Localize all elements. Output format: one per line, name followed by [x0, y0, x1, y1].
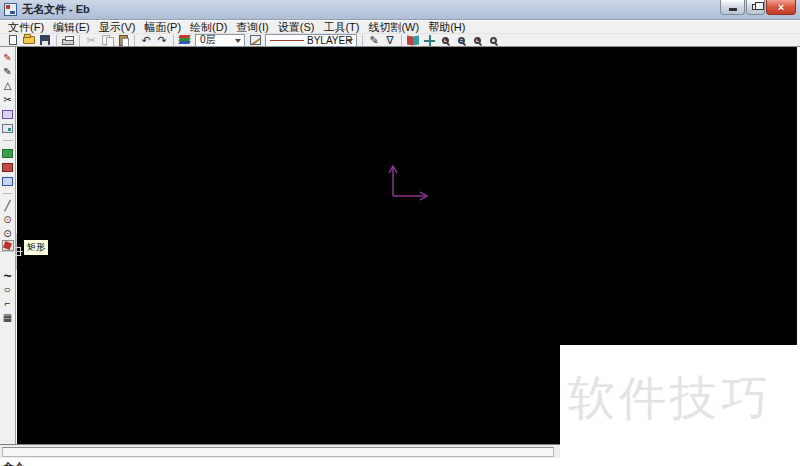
ucs-axis-icon [385, 160, 431, 202]
color-grid-icon [250, 35, 261, 45]
pen-icon: ✎ [3, 53, 11, 63]
ellipse-tool-button[interactable]: ○ [0, 283, 16, 297]
zoom-previous-button[interactable] [485, 34, 501, 47]
color-button[interactable] [247, 34, 263, 47]
app-icon [4, 3, 17, 16]
triangle-tool-button[interactable]: △ [0, 79, 16, 93]
show-window-button[interactable] [405, 34, 421, 47]
print-button[interactable] [60, 34, 76, 47]
restore-button[interactable] [746, 0, 765, 15]
app-window: 无名文件 - Eb × 文件(F) 编辑(E) 显示(V) 幅面(P) 绘制(D… [0, 0, 800, 466]
menu-query[interactable]: 查询(I) [236, 20, 268, 35]
chevron-down-icon [347, 39, 353, 43]
menu-view[interactable]: 显示(V) [99, 20, 136, 35]
green-view-icon [2, 149, 13, 158]
cutoff-command-text: 命令 [3, 460, 25, 466]
save-button[interactable] [37, 34, 53, 47]
zoom-dynamic-icon [442, 37, 449, 44]
polyline-tool-button[interactable]: ⌐ [0, 297, 16, 311]
red-redraw-icon [2, 163, 13, 172]
ellipse-icon: ○ [4, 285, 12, 295]
view-tool-button[interactable] [0, 146, 16, 160]
open-folder-icon [23, 36, 35, 44]
toolbar-separator [173, 35, 174, 46]
menu-file[interactable]: 文件(F) [8, 20, 44, 35]
hatch-icon: ▦ [3, 313, 12, 323]
line-tool-button[interactable]: ╱ [0, 199, 16, 213]
paste-button[interactable] [115, 34, 131, 47]
menu-bar: 文件(F) 编辑(E) 显示(V) 幅面(P) 绘制(D) 查询(I) 设置(S… [0, 21, 800, 34]
curve-pen-icon: ✎ [3, 67, 11, 77]
linetype-combobox-value: BYLAYER [307, 35, 352, 46]
menu-edit[interactable]: 编辑(E) [53, 20, 90, 35]
block-tool-button[interactable] [0, 121, 16, 135]
arc-tool-button[interactable]: ⊙ [0, 227, 16, 241]
chevron-down-icon [235, 39, 241, 43]
menu-settings[interactable]: 设置(S) [278, 20, 315, 35]
trim-tool-button[interactable]: ✂ [0, 93, 16, 107]
corner-icon: ⌐ [5, 299, 11, 309]
menu-sheet[interactable]: 幅面(P) [144, 20, 181, 35]
spline-icon: ~ [3, 269, 11, 283]
pen-tool-button[interactable]: ✎ [0, 51, 16, 65]
pan-icon [424, 35, 435, 46]
zoom-previous-icon [490, 37, 497, 44]
layers-icon [179, 35, 191, 45]
pressed-rectangle-tool-button[interactable] [2, 240, 14, 251]
close-button[interactable]: × [766, 0, 796, 15]
redraw-tool-button[interactable] [0, 160, 16, 174]
cut-button[interactable]: ✂ [83, 34, 99, 47]
open-file-button[interactable] [21, 34, 37, 47]
curve-pen-tool-button[interactable]: ✎ [0, 65, 16, 79]
menu-wirecut[interactable]: 线切割(W) [368, 20, 419, 35]
menu-help[interactable]: 帮助(H) [428, 20, 465, 35]
paste-icon [119, 35, 128, 46]
layer-combobox[interactable]: 0层 [195, 34, 245, 47]
pan-button[interactable] [421, 34, 437, 47]
linetype-combobox[interactable]: BYLAYER [265, 34, 357, 47]
zoom-dynamic-button[interactable] [437, 34, 453, 47]
window-tool-button[interactable] [0, 107, 16, 121]
close-icon: × [778, 1, 784, 13]
title-bar[interactable]: 无名文件 - Eb × [0, 0, 800, 20]
line-icon: ╱ [4, 201, 10, 211]
undo-button[interactable]: ↶ [138, 34, 154, 47]
copy-icon [102, 35, 113, 45]
toolbar-separator [56, 35, 57, 46]
menu-tools[interactable]: 工具(T) [323, 20, 359, 35]
undo-icon: ↶ [141, 35, 150, 46]
copy-button[interactable] [99, 34, 115, 47]
save-icon [40, 35, 50, 45]
pick-filter-button[interactable]: ∇ [382, 34, 398, 47]
toolbar-separator [79, 35, 80, 46]
toolbar-separator [134, 35, 135, 46]
hidden-tool-slot[interactable] [0, 255, 16, 269]
circle-tool-button[interactable]: ⊙ [0, 213, 16, 227]
tooltip: 矩形 [23, 239, 49, 256]
standard-toolbar: ✂ ↶ ↷ 0层 BYLAYER ✎ ∇ [0, 34, 800, 47]
command-input[interactable] [2, 447, 554, 457]
zoom-out-button[interactable] [453, 34, 469, 47]
redo-button[interactable]: ↷ [154, 34, 170, 47]
redo-icon: ↷ [157, 35, 166, 46]
layers-button[interactable] [177, 34, 193, 47]
new-file-icon [9, 35, 17, 45]
hatch-tool-button[interactable]: ▦ [0, 311, 16, 325]
pencil-icon: ✎ [369, 35, 378, 46]
block-window-icon [2, 124, 13, 133]
arc-icon: ⊙ [3, 229, 11, 239]
window-controls: × [720, 0, 796, 15]
watermark-overlay: 软件技巧 [560, 345, 800, 466]
edit-attributes-button[interactable]: ✎ [366, 34, 382, 47]
zoom-in-icon [474, 37, 481, 44]
blue-window-icon [2, 177, 13, 186]
zoom-in-button[interactable] [469, 34, 485, 47]
new-file-button[interactable] [5, 34, 21, 47]
minimize-button[interactable] [720, 0, 745, 15]
zoom-out-icon [458, 37, 465, 44]
layer-window-tool-button[interactable] [0, 174, 16, 188]
watermark-text: 软件技巧 [568, 367, 772, 430]
circle-icon: ⊙ [3, 215, 11, 225]
spline-tool-button[interactable]: ~ [0, 269, 16, 283]
print-icon [62, 39, 74, 45]
